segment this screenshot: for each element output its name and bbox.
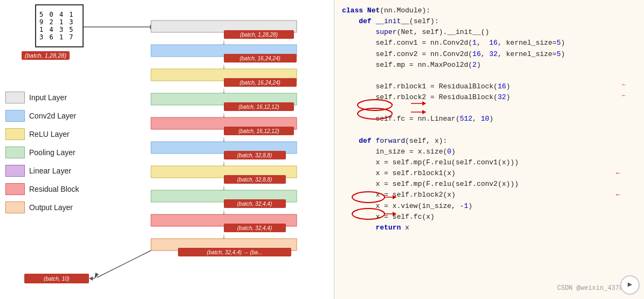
img-row-2: 9 2 1 3	[39, 18, 79, 26]
svg-text:(batch, 16,24,24): (batch, 16,24,24)	[239, 80, 280, 86]
svg-text:(batch, 32,8,8): (batch, 32,8,8)	[237, 177, 272, 183]
legend-linear-box	[5, 165, 25, 177]
svg-rect-10	[151, 69, 297, 81]
svg-rect-15	[224, 102, 294, 111]
svg-rect-39	[178, 248, 291, 256]
legend-input: Input Layer	[5, 92, 79, 103]
right-panel: class Net(nn.Module): def __init__(self)…	[334, 0, 644, 299]
svg-marker-46	[89, 276, 93, 281]
svg-rect-31	[224, 199, 286, 208]
legend-conv: Conv2d Layer	[5, 110, 79, 122]
svg-rect-18	[151, 117, 297, 129]
svg-text:(batch, 1,28,28): (batch, 1,28,28)	[240, 32, 278, 38]
svg-rect-35	[224, 224, 286, 232]
legend-resblock-label: Residual Block	[29, 185, 79, 193]
code-line-10	[342, 103, 636, 114]
left-panel: 5 0 4 1 9 2 1 3 1 4 3 5 3 6 1 7 (batch, …	[0, 0, 334, 299]
svg-text:(batch, 16,24,24): (batch, 16,24,24)	[239, 55, 280, 61]
code-line-20: x = self.fc(x)	[342, 212, 636, 222]
img-row-1: 5 0 4 1	[39, 11, 79, 18]
code-line-11: self.fc = nn.Linear(512, 10)	[342, 114, 636, 124]
svg-text:↓: ↓	[222, 135, 226, 143]
code-line-15: x = self.mp(F.relu(self.conv1(x)))	[342, 157, 636, 168]
svg-text:↓: ↓	[222, 62, 226, 70]
svg-rect-38	[151, 239, 297, 251]
code-line-8: self.rblock1 = ResidualBlock(16)←	[342, 81, 636, 92]
code-line-2: def __init__(self):	[342, 16, 636, 27]
code-line-13: def forward(self, x):	[342, 136, 636, 147]
svg-text:↓: ↓	[222, 110, 226, 119]
svg-text:(batch, 32,4,4) → (ba...: (batch, 32,4,4) → (ba...	[207, 249, 263, 255]
svg-text:↓: ↓	[222, 159, 226, 167]
legend-conv-label: Conv2d Layer	[29, 112, 76, 120]
legend-output: Output Layer	[5, 201, 79, 213]
svg-rect-6	[151, 45, 297, 57]
code-line-3: super(Net, self).__init__()	[342, 27, 636, 38]
svg-marker-1	[150, 25, 154, 29]
legend-relu-label: ReLU Layer	[29, 130, 70, 138]
code-line-14: in_size = x.size(0)	[342, 147, 636, 157]
legend-resblock-box	[5, 183, 25, 195]
svg-rect-14	[151, 93, 297, 105]
code-line-1: class Net(nn.Module):	[342, 5, 636, 16]
code-line-7	[342, 71, 636, 81]
legend-relu-box	[5, 128, 25, 140]
legend-pool-label: Pooling Layer	[29, 148, 76, 157]
legend-input-box	[5, 92, 25, 103]
img-row-4: 3 6 1 7	[39, 33, 79, 41]
legend-linear: Linear Layer	[5, 165, 79, 177]
legend-output-label: Output Layer	[29, 203, 73, 212]
svg-rect-26	[151, 166, 297, 178]
code-line-19: x = x.view(in_size, -1)	[342, 201, 636, 212]
img-row-3: 1 4 3 5	[39, 26, 79, 33]
svg-rect-22	[151, 142, 297, 154]
code-line-9: self.rblock2 = ResidualBlock(32)←	[342, 92, 636, 103]
svg-text:(batch, 32,8,8): (batch, 32,8,8)	[237, 152, 272, 158]
svg-rect-2	[151, 20, 297, 32]
code-line-5: self.conv2 = nn.Conv2d(16, 32, kernel_si…	[342, 49, 636, 60]
svg-rect-11	[224, 78, 297, 87]
svg-rect-43	[24, 274, 89, 283]
code-line-17: x = self.mp(F.relu(self.conv2(x)))	[342, 179, 636, 190]
legend: Input Layer Conv2d Layer ReLU Layer Pool…	[5, 92, 79, 213]
svg-text:(batch, 32,4,4): (batch, 32,4,4)	[237, 225, 272, 231]
legend-relu: ReLU Layer	[5, 128, 79, 140]
svg-text:↓: ↓	[222, 86, 226, 94]
code-line-18: x = self.rblock2(x)←	[342, 190, 636, 200]
svg-rect-19	[224, 127, 294, 135]
input-image: 5 0 4 1 9 2 1 3 1 4 3 5 3 6 1 7	[35, 4, 84, 47]
svg-rect-27	[224, 175, 286, 184]
legend-pool: Pooling Layer	[5, 147, 79, 158]
code-line-4: self.conv1 = nn.Conv2d(1, 16, kernel_siz…	[342, 38, 636, 48]
svg-text:(batch, 32,4,4): (batch, 32,4,4)	[237, 201, 272, 207]
code-line-21: return x	[342, 222, 636, 233]
legend-input-label: Input Layer	[29, 93, 67, 102]
svg-text:↓: ↓	[222, 183, 226, 191]
svg-line-41	[97, 251, 151, 277]
svg-rect-23	[224, 151, 286, 159]
svg-text:↓: ↓	[222, 232, 226, 240]
code-line-16: x = self.rblock1(x)←	[342, 168, 636, 179]
legend-linear-label: Linear Layer	[29, 166, 71, 175]
play-button[interactable]: ▶	[620, 275, 640, 295]
svg-text:(batch, 16,12,12): (batch, 16,12,12)	[238, 104, 279, 110]
svg-rect-3	[224, 30, 294, 39]
svg-rect-7	[224, 54, 297, 62]
svg-text:(batch, 10): (batch, 10)	[44, 276, 70, 282]
code-line-6: self.mp = nn.MaxPool2d(2)	[342, 60, 636, 71]
legend-resblock: Residual Block	[5, 183, 79, 195]
svg-marker-42	[94, 273, 99, 279]
legend-conv-box	[5, 110, 25, 122]
svg-text:↓: ↓	[222, 38, 226, 46]
batch-input-label: (batch, 1,28,28)	[22, 51, 70, 60]
code-line-12	[342, 125, 636, 136]
legend-pool-box	[5, 147, 25, 158]
svg-text:(batch, 16,12,12): (batch, 16,12,12)	[238, 128, 279, 134]
svg-rect-34	[151, 214, 297, 226]
svg-rect-30	[151, 190, 297, 202]
legend-output-box	[5, 201, 25, 213]
svg-text:↓: ↓	[222, 207, 226, 215]
